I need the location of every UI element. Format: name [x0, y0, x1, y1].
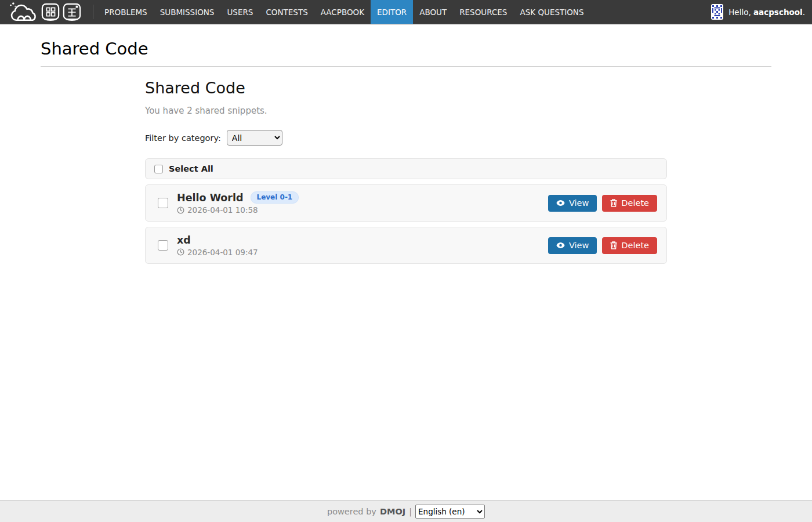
filter-row: Filter by category: All — [145, 130, 667, 146]
select-all-bar: Select All — [145, 158, 667, 179]
snippet-timestamp: 2026-04-01 09:47 — [177, 248, 548, 257]
delete-button-label: Delete — [621, 241, 649, 250]
timestamp-text: 2026-04-01 09:47 — [187, 248, 258, 257]
username: aacpschool — [753, 8, 803, 17]
view-button[interactable]: View — [548, 237, 597, 254]
snippet-title-link[interactable]: xd — [177, 234, 191, 246]
nav-item-users[interactable]: USERS — [220, 0, 259, 24]
user-avatar-identicon — [711, 4, 723, 20]
nav-item-resources[interactable]: RESOURCES — [453, 0, 513, 24]
level-badge: Level 0-1 — [251, 191, 299, 204]
clock-icon — [177, 206, 184, 214]
select-all-checkbox[interactable] — [154, 165, 163, 173]
content-heading: Shared Code — [145, 79, 667, 97]
snippet-timestamp: 2026-04-01 10:58 — [177, 205, 548, 215]
navbar-divider — [93, 5, 93, 19]
main-area: Shared Code You have 2 shared snippets. … — [0, 67, 812, 500]
snippet-checkbox[interactable] — [158, 198, 168, 208]
page-header: Shared Code — [41, 25, 771, 67]
eye-icon — [556, 242, 565, 249]
dmoj-link[interactable]: DMOJ — [380, 507, 405, 516]
page-title: Shared Code — [41, 39, 771, 59]
nav-item-about[interactable]: ABOUT — [413, 0, 453, 24]
snippet-count-text: You have 2 shared snippets. — [145, 106, 667, 116]
navbar-left: PROBLEMS SUBMISSIONS USERS CONTESTS AACP… — [0, 0, 590, 24]
filter-label: Filter by category: — [145, 133, 221, 143]
trash-icon — [610, 199, 617, 207]
timestamp-text: 2026-04-01 10:58 — [187, 205, 258, 215]
user-menu[interactable]: Hello, aacpschool. — [711, 0, 812, 24]
nav-item-editor[interactable]: EDITOR — [371, 0, 413, 24]
nav-item-contests[interactable]: CONTESTS — [259, 0, 314, 24]
snippet-checkbox[interactable] — [158, 240, 168, 251]
nav-item-problems[interactable]: PROBLEMS — [98, 0, 154, 24]
user-greeting: Hello, aacpschool. — [728, 8, 805, 17]
site-logo[interactable] — [0, 0, 89, 24]
snippet-title-row: Hello World Level 0-1 — [177, 191, 548, 204]
navbar: PROBLEMS SUBMISSIONS USERS CONTESTS AACP… — [0, 0, 812, 25]
snippet-info: Hello World Level 0-1 2026-04-01 10:58 — [177, 191, 548, 215]
shared-code-panel: Shared Code You have 2 shared snippets. … — [145, 79, 667, 264]
view-button-label: View — [569, 241, 589, 250]
snippet-title-row: xd — [177, 234, 548, 246]
snippet-row-xd: xd 2026-04-01 09:47 — [145, 227, 667, 264]
view-button-label: View — [569, 198, 589, 208]
language-select[interactable]: English (en) — [415, 505, 485, 519]
nav-item-ask-questions[interactable]: ASK QUESTIONS — [513, 0, 590, 24]
snippet-info: xd 2026-04-01 09:47 — [177, 234, 548, 257]
snippet-row-hello-world: Hello World Level 0-1 2026-04-01 10:58 — [145, 184, 667, 222]
delete-button[interactable]: Delete — [602, 195, 657, 212]
category-filter-select[interactable]: All — [227, 130, 282, 146]
snippet-actions: View Delete — [548, 237, 657, 254]
clock-icon — [177, 248, 184, 256]
snippet-title-link[interactable]: Hello World — [177, 192, 244, 204]
delete-button-label: Delete — [621, 198, 649, 208]
snippet-actions: View Delete — [548, 195, 657, 212]
eye-icon — [556, 200, 565, 206]
delete-button[interactable]: Delete — [602, 237, 657, 254]
view-button[interactable]: View — [548, 195, 597, 212]
footer-separator: | — [409, 507, 412, 516]
footer: powered by DMOJ | English (en) — [0, 500, 812, 522]
nav-item-aacpbook[interactable]: AACPBOOK — [314, 0, 371, 24]
trash-icon — [610, 241, 617, 249]
nav-item-submissions[interactable]: SUBMISSIONS — [154, 0, 221, 24]
keycap-cheng-icon — [63, 3, 81, 21]
select-all-label: Select All — [169, 164, 213, 173]
powered-by-text: powered by — [327, 507, 376, 516]
keycap-code-icon — [41, 3, 60, 21]
cloud-logo-icon — [8, 2, 38, 23]
